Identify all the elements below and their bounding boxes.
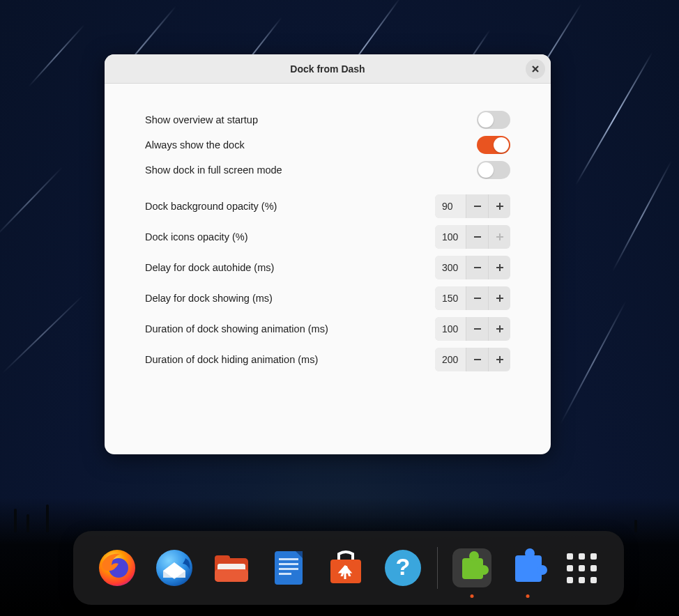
spin-show-delay (435, 286, 510, 310)
spin-icon-opacity (435, 225, 510, 249)
svg-text:?: ? (396, 553, 411, 580)
spin-plus (488, 225, 510, 249)
close-button[interactable] (526, 59, 545, 79)
running-indicator (526, 594, 529, 598)
dock-show-applications[interactable] (563, 548, 600, 588)
dock-app-libreoffice-writer[interactable] (269, 548, 308, 588)
preferences-dialog: Dock from Dash Show overview at startup … (105, 54, 551, 454)
spin-plus[interactable] (488, 256, 510, 279)
toggle-show-overview[interactable] (477, 111, 510, 129)
spin-value[interactable] (435, 194, 466, 218)
svg-text:A: A (340, 562, 351, 580)
spin-minus[interactable] (466, 286, 488, 310)
dock-app-help[interactable]: ? (383, 548, 422, 588)
svg-rect-9 (279, 558, 298, 560)
pref-row-always-show-dock: Always show the dock (145, 132, 510, 157)
pref-row-icon-opacity: Dock icons opacity (%) (145, 222, 510, 252)
spin-value[interactable] (435, 225, 466, 249)
dock-app-ubuntu-software[interactable]: A (326, 548, 365, 588)
pref-label: Show dock in full screen mode (145, 164, 282, 176)
dock-app-files[interactable] (212, 548, 251, 588)
pref-row-hide-anim: Duration of dock hiding animation (ms) (145, 344, 510, 375)
pref-label: Dock background opacity (%) (145, 201, 277, 212)
spin-minus[interactable] (466, 194, 488, 218)
pref-label: Duration of dock showing animation (ms) (145, 323, 328, 334)
pref-row-show-overview: Show overview at startup (145, 107, 510, 132)
firefox-icon (98, 548, 137, 587)
spin-plus[interactable] (488, 317, 510, 341)
dock-app-firefox[interactable] (98, 548, 137, 588)
pref-row-autohide-delay: Delay for dock autohide (ms) (145, 252, 510, 283)
thunderbird-icon (155, 548, 194, 587)
pref-row-show-anim: Duration of dock showing animation (ms) (145, 314, 510, 344)
pref-label: Duration of dock hiding animation (ms) (145, 354, 318, 365)
pref-label: Dock icons opacity (%) (145, 231, 247, 242)
pref-label: Show overview at startup (145, 114, 258, 125)
dock-app-extensions[interactable] (452, 548, 491, 588)
toggle-fullscreen-dock[interactable] (477, 161, 510, 179)
spin-minus[interactable] (466, 317, 488, 341)
spin-minus[interactable] (466, 225, 488, 249)
spin-plus[interactable] (488, 194, 510, 218)
dock: A ? (73, 531, 624, 605)
spin-show-anim (435, 317, 510, 341)
dialog-content: Show overview at startup Always show the… (105, 84, 551, 454)
pref-row-bg-opacity: Dock background opacity (%) (145, 191, 510, 222)
help-icon: ? (383, 548, 422, 587)
spin-bg-opacity (435, 194, 510, 218)
spin-value[interactable] (435, 317, 466, 341)
svg-rect-10 (279, 563, 298, 565)
spin-value[interactable] (435, 256, 466, 279)
spin-minus[interactable] (466, 348, 488, 371)
extensions-icon (452, 548, 491, 587)
spin-plus[interactable] (488, 348, 510, 371)
spin-value[interactable] (435, 286, 466, 310)
running-indicator (470, 594, 473, 598)
close-icon (531, 65, 540, 73)
files-icon (212, 548, 251, 587)
pref-row-fullscreen-dock: Show dock in full screen mode (145, 157, 510, 183)
spin-autohide-delay (435, 256, 510, 279)
apps-grid-icon (567, 553, 597, 583)
svg-rect-12 (279, 573, 291, 575)
pref-label: Delay for dock autohide (ms) (145, 262, 274, 273)
pref-label: Always show the dock (145, 139, 245, 151)
dock-separator (437, 547, 438, 589)
writer-icon (269, 548, 308, 587)
extension-blue-icon (511, 551, 544, 585)
dock-app-thunderbird[interactable] (155, 548, 194, 588)
pref-row-show-delay: Delay for dock showing (ms) (145, 283, 510, 314)
pref-label: Delay for dock showing (ms) (145, 293, 273, 304)
svg-rect-11 (279, 568, 298, 570)
spin-value[interactable] (435, 348, 466, 371)
software-icon: A (326, 548, 365, 587)
spin-hide-anim (435, 348, 510, 371)
svg-rect-6 (215, 569, 248, 582)
spin-minus[interactable] (466, 256, 488, 279)
dock-app-extension-blue[interactable] (510, 548, 546, 588)
titlebar: Dock from Dash (105, 54, 551, 84)
spin-plus[interactable] (488, 286, 510, 310)
toggle-always-show-dock[interactable] (477, 136, 510, 154)
svg-rect-4 (215, 555, 230, 562)
window-title: Dock from Dash (290, 63, 365, 75)
